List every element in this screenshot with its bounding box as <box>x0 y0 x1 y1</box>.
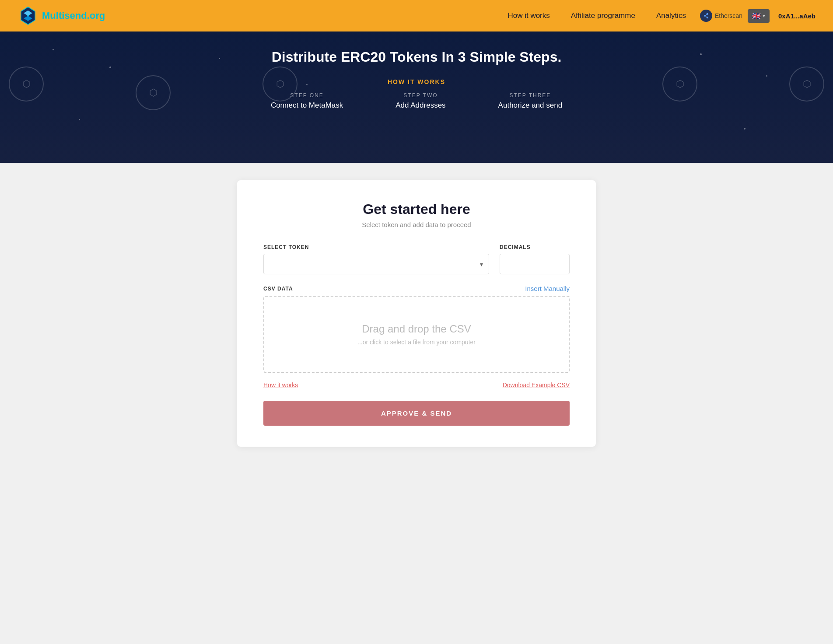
token-decimals-row: SELECT TOKEN ▾ DECIMALS <box>263 244 570 274</box>
svg-point-4 <box>701 11 711 21</box>
main-card: Get started here Select token and add da… <box>237 180 596 447</box>
main-content: Get started here Select token and add da… <box>0 163 833 473</box>
nav-analytics[interactable]: Analytics <box>656 11 686 20</box>
links-row: How it works Download Example CSV <box>263 382 570 388</box>
logo: Multisend.org <box>18 5 105 26</box>
language-selector[interactable]: 🇬🇧 ▾ <box>748 9 770 23</box>
step-three-desc: Authorize and send <box>498 101 563 110</box>
csv-dropzone[interactable]: Drag and drop the CSV ...or click to sel… <box>263 296 570 373</box>
step-three-number: STEP THREE <box>498 92 563 98</box>
nav-how-it-works[interactable]: How it works <box>508 11 550 20</box>
token-select[interactable] <box>263 254 489 274</box>
token-select-wrapper: ▾ <box>263 254 489 274</box>
token-group: SELECT TOKEN ▾ <box>263 244 489 274</box>
decimals-input[interactable] <box>500 254 570 274</box>
approve-send-button[interactable]: APPROVE & SEND <box>263 401 570 426</box>
etherscan-button[interactable]: Etherscan <box>700 10 742 22</box>
step-one-number: STEP ONE <box>271 92 343 98</box>
etherscan-logo-icon <box>700 10 712 22</box>
csv-drop-subtitle: ...or click to select a file from your c… <box>273 339 560 346</box>
how-it-works-label: HOW IT WORKS <box>0 78 833 85</box>
csv-label: CSV DATA <box>263 286 293 292</box>
step-two: STEP TWO Add Addresses <box>396 92 445 110</box>
steps-row: STEP ONE Connect to MetaMask STEP TWO Ad… <box>0 92 833 110</box>
step-one: STEP ONE Connect to MetaMask <box>271 92 343 110</box>
how-it-works-link[interactable]: How it works <box>263 382 298 388</box>
decimals-label: DECIMALS <box>500 244 570 250</box>
wallet-address: 0xA1...aAeb <box>778 12 816 20</box>
chevron-down-icon: ▾ <box>763 13 765 19</box>
hero-title: Distribute ERC20 Tokens In 3 Simple Step… <box>0 49 833 65</box>
nav-affiliate[interactable]: Affiliate programme <box>571 11 635 20</box>
logo-text: Multisend.org <box>42 10 105 21</box>
download-csv-link[interactable]: Download Example CSV <box>503 382 570 388</box>
csv-drop-title: Drag and drop the CSV <box>273 323 560 335</box>
step-two-desc: Add Addresses <box>396 101 445 110</box>
step-three: STEP THREE Authorize and send <box>498 92 563 110</box>
csv-header-row: CSV DATA Insert Manually <box>263 285 570 292</box>
step-one-desc: Connect to MetaMask <box>271 101 343 110</box>
etherscan-label: Etherscan <box>715 12 742 19</box>
navbar: Multisend.org How it works Affiliate pro… <box>0 0 833 32</box>
logo-icon <box>18 5 38 26</box>
navbar-links: How it works Affiliate programme Analyti… <box>508 11 686 20</box>
decimals-group: DECIMALS <box>500 244 570 274</box>
step-two-number: STEP TWO <box>396 92 445 98</box>
card-title: Get started here <box>263 201 570 217</box>
select-token-label: SELECT TOKEN <box>263 244 489 250</box>
card-subtitle: Select token and add data to proceed <box>263 221 570 228</box>
flag-icon: 🇬🇧 <box>752 12 761 20</box>
hero-section: Distribute ERC20 Tokens In 3 Simple Step… <box>0 32 833 163</box>
insert-manually-button[interactable]: Insert Manually <box>525 285 570 292</box>
